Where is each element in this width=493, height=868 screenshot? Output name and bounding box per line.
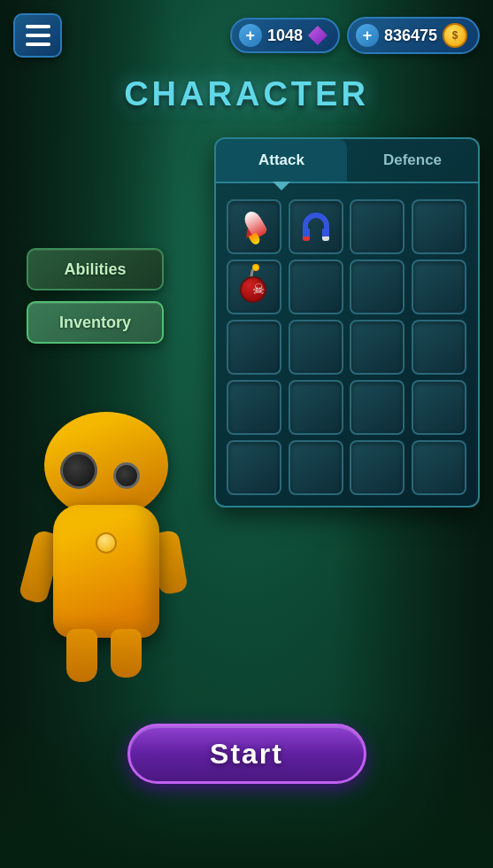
left-buttons: Abilities Inventory bbox=[27, 248, 164, 344]
magnet-item bbox=[299, 210, 333, 244]
grid-cell-0-0[interactable] bbox=[227, 199, 281, 254]
skull-icon: ☠ bbox=[250, 281, 267, 297]
grid-cell-3-2[interactable] bbox=[350, 380, 404, 435]
gem-value: 1048 bbox=[267, 27, 303, 45]
grid-cell-3-3[interactable] bbox=[412, 380, 466, 435]
coin-icon: $ bbox=[443, 23, 467, 48]
gem-currency-pill: + 1048 bbox=[230, 18, 340, 53]
coin-value: 836475 bbox=[384, 27, 437, 45]
grid-cell-0-2[interactable] bbox=[350, 199, 404, 254]
grid-cell-2-3[interactable] bbox=[412, 320, 466, 375]
bomb-item: ☠ bbox=[236, 269, 272, 305]
start-button[interactable]: Start bbox=[127, 724, 366, 784]
bomb-spark bbox=[252, 264, 259, 271]
magnet-tip-right bbox=[322, 236, 329, 241]
robot-leg-left bbox=[66, 629, 97, 682]
inventory-panel: Attack Defence bbox=[214, 137, 480, 508]
robot-eye-left bbox=[60, 452, 97, 489]
inventory-tabs: Attack Defence bbox=[216, 139, 478, 183]
inventory-grid: ☠ bbox=[216, 183, 478, 506]
grid-cell-1-3[interactable] bbox=[412, 260, 466, 314]
tab-attack[interactable]: Attack bbox=[216, 139, 347, 182]
add-coin-button[interactable]: + bbox=[356, 24, 379, 47]
grid-cell-1-0[interactable]: ☠ bbox=[227, 260, 281, 314]
robot-leg-right bbox=[111, 629, 142, 678]
robot-chest-gem bbox=[96, 532, 117, 554]
magnet-u bbox=[303, 213, 329, 230]
inventory-button[interactable]: Inventory bbox=[27, 301, 164, 344]
grid-cell-0-1[interactable] bbox=[289, 199, 343, 254]
rocket-item bbox=[236, 209, 272, 244]
grid-cell-0-3[interactable] bbox=[412, 199, 466, 254]
magnet-tip-left bbox=[303, 236, 310, 241]
grid-cell-2-1[interactable] bbox=[289, 320, 343, 375]
menu-line-2 bbox=[26, 34, 50, 37]
currency-group: + 1048 + 836475 $ bbox=[230, 17, 480, 54]
bomb-ball: ☠ bbox=[240, 276, 266, 303]
menu-line-3 bbox=[26, 43, 50, 46]
grid-cell-2-2[interactable] bbox=[350, 320, 404, 375]
menu-button[interactable] bbox=[13, 13, 62, 58]
grid-cell-4-2[interactable] bbox=[350, 440, 404, 495]
grid-cell-3-1[interactable] bbox=[289, 380, 343, 435]
grid-cell-4-0[interactable] bbox=[227, 440, 281, 495]
grid-cell-2-0[interactable] bbox=[227, 320, 281, 375]
abilities-button[interactable]: Abilities bbox=[27, 248, 164, 291]
robot-body bbox=[53, 505, 159, 638]
grid-cell-1-1[interactable] bbox=[289, 260, 343, 314]
top-bar: + 1048 + 836475 $ bbox=[0, 0, 493, 71]
gem-icon bbox=[308, 26, 327, 45]
grid-cell-3-0[interactable] bbox=[227, 380, 281, 435]
tab-defence[interactable]: Defence bbox=[347, 139, 478, 182]
character bbox=[18, 390, 204, 691]
page-title: CHARACTER bbox=[124, 75, 369, 113]
coin-currency-pill: + 836475 $ bbox=[347, 17, 480, 54]
grid-cell-1-2[interactable] bbox=[350, 260, 404, 314]
robot-eye-right bbox=[113, 462, 140, 489]
add-gem-button[interactable]: + bbox=[239, 24, 262, 47]
tab-indicator bbox=[273, 182, 290, 190]
grid-cell-4-1[interactable] bbox=[289, 440, 343, 495]
menu-line-1 bbox=[26, 25, 50, 28]
grid-cell-4-3[interactable] bbox=[412, 440, 466, 495]
